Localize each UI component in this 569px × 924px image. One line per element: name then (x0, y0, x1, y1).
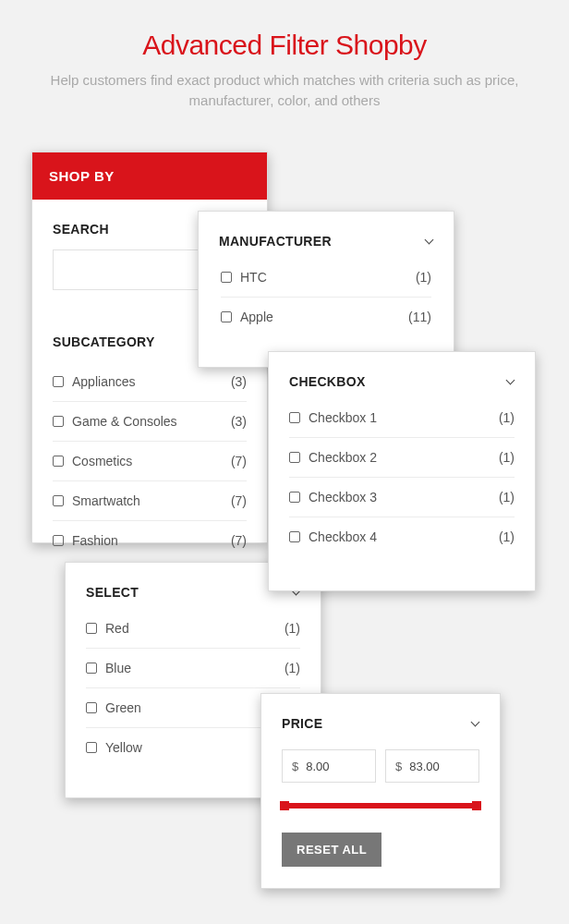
list-item-count: (11) (408, 310, 431, 324)
checkbox-icon[interactable] (53, 535, 64, 546)
list-item-label: Checkbox 3 (309, 490, 377, 505)
list-item-label: Checkbox 1 (309, 410, 377, 425)
list-item-label: Game & Consoles (72, 414, 177, 429)
list-item-count: (1) (284, 621, 300, 636)
list-item-count: (1) (416, 270, 431, 285)
checkbox-title: CHECKBOX (289, 374, 366, 389)
subcategory-list: Appliances (3) Game & Consoles (3) Cosme… (32, 362, 267, 560)
chevron-down-icon (505, 377, 515, 386)
list-item[interactable]: Checkbox 2 (1) (289, 438, 515, 478)
checkbox-icon[interactable] (289, 452, 300, 463)
list-item-count: (1) (499, 529, 515, 544)
manufacturer-title: MANUFACTURER (219, 234, 332, 249)
price-min-box[interactable]: $ (282, 749, 376, 783)
list-item-count: (3) (231, 374, 247, 389)
price-slider[interactable] (282, 803, 479, 808)
checkbox-icon[interactable] (53, 416, 64, 427)
checkbox-header[interactable]: CHECKBOX (269, 352, 535, 398)
list-item-label: Apple (240, 310, 273, 324)
list-item[interactable]: Smartwatch (7) (53, 481, 247, 521)
list-item[interactable]: Checkbox 4 (1) (289, 517, 515, 556)
checkbox-icon[interactable] (86, 663, 97, 674)
list-item-label: Red (105, 621, 129, 636)
list-item[interactable]: Red (1) (86, 609, 300, 649)
list-item-label: Appliances (72, 374, 136, 389)
list-item-label: Checkbox 4 (309, 529, 377, 544)
manufacturer-list: HTC (1) Apple (11) (199, 258, 454, 344)
manufacturer-header[interactable]: MANUFACTURER (199, 212, 454, 258)
list-item-label: Cosmetics (72, 454, 132, 468)
checkbox-icon[interactable] (221, 272, 232, 283)
checkbox-icon[interactable] (53, 376, 64, 387)
price-panel: PRICE $ $ RESET ALL (260, 693, 501, 889)
price-max-box[interactable]: $ (385, 749, 479, 783)
page-subtitle: Help customers find exact product which … (0, 61, 569, 111)
checkbox-icon[interactable] (289, 531, 300, 542)
chevron-down-icon (470, 719, 479, 728)
price-min-input[interactable] (306, 760, 366, 773)
list-item[interactable]: Fashion (7) (53, 521, 247, 560)
checkbox-icon[interactable] (86, 623, 97, 634)
list-item-label: Yellow (105, 740, 142, 755)
reset-all-button[interactable]: RESET ALL (282, 833, 381, 867)
list-item[interactable]: Blue (1) (86, 649, 300, 688)
checkbox-icon[interactable] (86, 702, 97, 713)
list-item[interactable]: Cosmetics (7) (53, 442, 247, 481)
checkbox-panel: CHECKBOX Checkbox 1 (1) Checkbox 2 (1) C… (268, 351, 536, 591)
list-item-label: Blue (105, 661, 131, 675)
shopby-header: SHOP BY (32, 152, 267, 200)
slider-handle-max[interactable] (472, 801, 481, 810)
list-item[interactable]: HTC (1) (221, 258, 431, 298)
slider-handle-min[interactable] (280, 801, 289, 810)
list-item[interactable]: Checkbox 3 (1) (289, 478, 515, 517)
list-item-label: Smartwatch (72, 493, 140, 508)
price-inputs: $ $ (261, 740, 500, 783)
price-header[interactable]: PRICE (261, 694, 500, 740)
checkbox-list: Checkbox 1 (1) Checkbox 2 (1) Checkbox 3… (269, 398, 535, 556)
chevron-down-icon (424, 237, 433, 246)
list-item[interactable]: Checkbox 1 (1) (289, 398, 515, 438)
page-title: Advanced Filter Shopby (0, 0, 569, 61)
list-item-count: (1) (284, 661, 300, 675)
list-item-count: (3) (231, 414, 247, 429)
checkbox-icon[interactable] (86, 742, 97, 753)
list-item[interactable]: Appliances (3) (53, 362, 247, 402)
checkbox-icon[interactable] (289, 412, 300, 423)
list-item-count: (1) (499, 410, 515, 425)
select-title: SELECT (86, 585, 139, 600)
list-item-count: (1) (499, 490, 515, 505)
checkbox-icon[interactable] (221, 311, 232, 322)
list-item[interactable]: Game & Consoles (3) (53, 402, 247, 442)
manufacturer-panel: MANUFACTURER HTC (1) Apple (11) (198, 211, 454, 368)
checkbox-icon[interactable] (53, 456, 64, 467)
list-item-label: Checkbox 2 (309, 450, 377, 465)
currency-symbol: $ (395, 760, 402, 773)
list-item-count: (7) (231, 533, 247, 548)
list-item-label: HTC (240, 270, 267, 285)
list-item-count: (7) (231, 493, 247, 508)
checkbox-icon[interactable] (289, 492, 300, 503)
list-item-count: (7) (231, 454, 247, 468)
currency-symbol: $ (292, 760, 298, 773)
list-item[interactable]: Apple (11) (221, 298, 431, 336)
list-item-label: Green (105, 700, 141, 715)
list-item-label: Fashion (72, 533, 118, 548)
list-item-count: (1) (499, 450, 515, 465)
price-title: PRICE (282, 716, 322, 731)
checkbox-icon[interactable] (53, 495, 64, 506)
price-max-input[interactable] (409, 760, 469, 773)
